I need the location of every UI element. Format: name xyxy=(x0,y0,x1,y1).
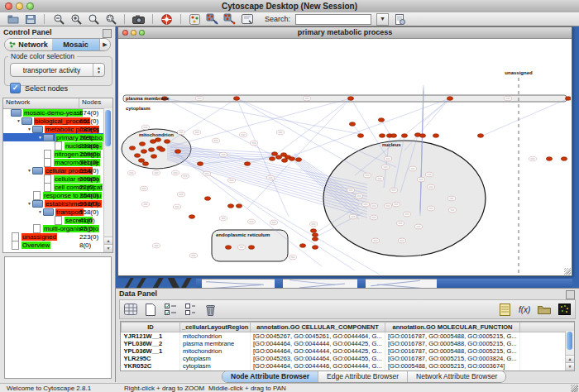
gene-node[interactable] xyxy=(220,216,227,221)
selected-gene-node[interactable] xyxy=(134,154,140,158)
new-attribute-icon[interactable] xyxy=(142,301,159,318)
gene-node[interactable] xyxy=(290,255,297,260)
tree-row-multi-organism-pro[interactable]: multi-organism pro42(0) xyxy=(3,224,104,232)
select-attributes-icon[interactable] xyxy=(162,301,179,318)
gene-node[interactable] xyxy=(277,130,285,135)
tree-row-cellular-process[interactable]: ▼cellular process614(0) xyxy=(3,166,104,174)
selected-gene-node[interactable] xyxy=(189,215,194,219)
selected-gene-node[interactable] xyxy=(148,148,154,152)
selected-gene-node[interactable] xyxy=(310,229,316,233)
minimize-network-button[interactable] xyxy=(131,30,136,36)
gene-node[interactable] xyxy=(426,172,433,177)
delete-attribute-icon[interactable] xyxy=(202,301,218,318)
selected-gene-node[interactable] xyxy=(233,97,239,101)
close-window-button[interactable] xyxy=(5,2,12,10)
selected-gene-node[interactable] xyxy=(164,140,170,144)
import-settings-icon[interactable] xyxy=(394,14,406,25)
gene-node[interactable] xyxy=(418,177,425,182)
zoom-fit-icon[interactable] xyxy=(87,14,99,25)
table-row[interactable]: YJR121W__1mitochondrion[GO:0045267, GO:0… xyxy=(122,332,576,341)
gene-node[interactable] xyxy=(251,141,258,146)
gene-node[interactable] xyxy=(220,152,227,157)
expand-arrow-icon[interactable]: ▼ xyxy=(37,209,43,214)
selected-gene-node[interactable] xyxy=(447,97,452,101)
gene-node[interactable] xyxy=(529,156,537,161)
selected-gene-node[interactable] xyxy=(141,150,146,154)
gene-node[interactable] xyxy=(371,215,378,220)
expand-arrow-icon[interactable]: ▼ xyxy=(16,118,22,123)
gene-node[interactable] xyxy=(382,165,390,170)
gene-node[interactable] xyxy=(178,192,185,197)
gene-node[interactable] xyxy=(409,166,417,171)
tree-row-primary-metabo[interactable]: ▼primary metabo209(... xyxy=(3,133,104,141)
selected-gene-node[interactable] xyxy=(477,134,483,138)
gene-node[interactable] xyxy=(238,245,246,250)
gene-node[interactable] xyxy=(153,170,160,175)
network-window-title-bar[interactable]: primary metabolic process xyxy=(118,27,572,39)
gene-node[interactable] xyxy=(213,138,220,143)
tree-row-transport[interactable]: ▼transport558(0) xyxy=(3,208,104,216)
attribute-table-icon[interactable] xyxy=(122,301,139,318)
expand-arrow-icon[interactable]: ▼ xyxy=(26,168,32,173)
gene-node[interactable] xyxy=(142,202,150,207)
unselect-attributes-icon[interactable] xyxy=(182,301,199,318)
gene-node[interactable] xyxy=(448,196,456,201)
gene-node[interactable] xyxy=(128,170,136,175)
selected-gene-node[interactable] xyxy=(390,134,396,138)
selected-gene-node[interactable] xyxy=(138,159,144,163)
import-attributes-icon[interactable] xyxy=(536,301,553,318)
selected-gene-node[interactable] xyxy=(227,204,233,208)
table-row[interactable]: YLR295Ccytoplasm[GO:0045263, GO:0044464,… xyxy=(122,355,576,362)
tab-mosaic[interactable]: Mosaic xyxy=(52,39,99,50)
gene-node[interactable] xyxy=(182,174,189,179)
gene-node[interactable] xyxy=(196,96,203,101)
first-neighbors-icon[interactable] xyxy=(206,14,218,25)
table-scrollbar[interactable]: ▲ ▼ xyxy=(565,331,574,370)
tab-overflow-arrow[interactable]: ▶ xyxy=(99,39,110,50)
selected-gene-node[interactable] xyxy=(419,134,425,138)
selected-gene-node[interactable] xyxy=(151,155,156,159)
tree-scrollbar-thumb[interactable] xyxy=(105,110,111,146)
scroll-down-button[interactable]: ▼ xyxy=(104,244,112,252)
gene-node[interactable] xyxy=(304,96,311,101)
gene-node[interactable] xyxy=(178,130,185,135)
tree-row-macromolecule[interactable]: macromolecule311(0) xyxy=(3,158,104,166)
zoom-out-icon[interactable] xyxy=(52,14,65,25)
selected-gene-node[interactable] xyxy=(312,233,318,237)
gene-node[interactable] xyxy=(449,208,457,213)
node-color-dropdown[interactable]: transporter activity ▲▼ xyxy=(10,63,105,77)
network-view-window[interactable]: primary metabolic process plasma membran… xyxy=(117,26,572,276)
selected-gene-node[interactable] xyxy=(236,204,242,208)
zoom-selected-icon[interactable] xyxy=(104,14,117,25)
gene-node[interactable] xyxy=(310,222,318,227)
help-lifering-icon[interactable] xyxy=(160,14,173,25)
selected-gene-node[interactable] xyxy=(129,146,135,151)
tree-row-cell-communicat[interactable]: cell communicat22(0) xyxy=(3,183,104,191)
expand-arrow-icon[interactable]: ▼ xyxy=(37,135,43,140)
close-network-button[interactable] xyxy=(122,30,128,36)
gene-node[interactable] xyxy=(371,203,378,208)
snapshot-camera-icon[interactable] xyxy=(132,14,145,25)
gene-node[interactable] xyxy=(428,206,435,211)
expand-arrow-icon[interactable]: ▼ xyxy=(26,201,32,206)
network-resize-grip[interactable] xyxy=(564,268,571,275)
vizmapper-icon[interactable] xyxy=(189,14,201,25)
annotation-icon[interactable] xyxy=(241,14,253,25)
gene-node[interactable] xyxy=(385,156,392,161)
selected-gene-node[interactable] xyxy=(197,162,203,166)
selected-gene-node[interactable] xyxy=(281,159,287,163)
selected-gene-node[interactable] xyxy=(401,134,407,138)
gene-node[interactable] xyxy=(270,220,278,225)
gene-node[interactable] xyxy=(174,204,181,209)
gene-node[interactable] xyxy=(415,224,423,229)
expand-arrow-icon[interactable]: ▼ xyxy=(26,127,32,131)
gene-node[interactable] xyxy=(350,214,357,219)
tree-row-biological-process[interactable]: ▼biological_process651(0) xyxy=(3,117,104,125)
gene-node[interactable] xyxy=(228,178,236,183)
tree-row-cellular-metabo[interactable]: cellular metabo209(0) xyxy=(3,174,104,183)
zoom-in-icon[interactable] xyxy=(69,14,82,25)
tab-network-attribute-browser[interactable]: Network Attribute Browser xyxy=(408,371,505,382)
column-header[interactable]: _cellularLayoutRegion xyxy=(180,323,251,332)
float-panel-icon[interactable] xyxy=(103,29,112,38)
column-header[interactable]: annotation.GO MOLECULAR_FUNCTION xyxy=(385,323,520,332)
